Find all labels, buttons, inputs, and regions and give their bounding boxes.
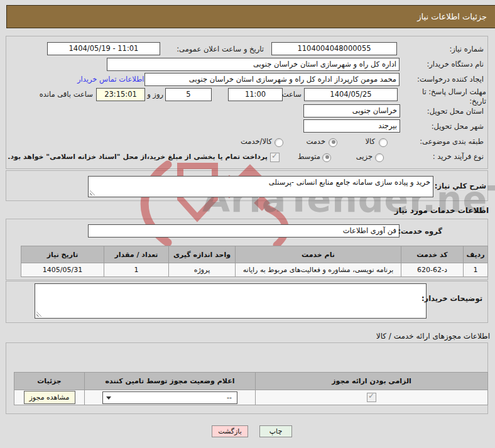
buyer-contact-link[interactable]: اطلاعات تماس خریدار	[77, 75, 144, 84]
days-and-label: روز و	[147, 90, 163, 99]
request-creator-field[interactable]: محمد مومن کارپرداز اداره کل راه و شهرساز…	[144, 73, 400, 86]
service-qty: 1	[104, 263, 169, 277]
print-button[interactable]: چاپ	[259, 425, 292, 437]
service-unit: پروژه	[169, 263, 236, 277]
delivery-city-label: شهر محل تحویل:	[432, 122, 484, 131]
licenses-table: الزامی بودن ارائه مجوز اعلام وضعیت مجوز …	[14, 372, 488, 405]
need-details-page: AriaTender.neT جزئیات اطلاعات نیاز شماره…	[0, 0, 495, 448]
radio-goods-service-label: کالا/خدمت	[241, 137, 272, 146]
services-col-unit: واحد اندازه گیری	[169, 246, 236, 263]
announce-datetime-label: تاریخ و ساعت اعلان عمومی:	[177, 45, 264, 53]
licenses-col-status: اعلام وضعیت مجوز توسط تامین کننده	[85, 373, 256, 390]
back-button[interactable]: بازگشت	[212, 425, 248, 437]
services-col-index: ردیف	[464, 246, 488, 263]
buyer-org-label: نام دستگاه خریدار:	[427, 60, 484, 68]
service-group-field[interactable]: فن آوری اطلاعات	[88, 224, 400, 238]
deadline-time-label: ساعت	[282, 90, 302, 99]
delivery-province-label: استان محل تحویل:	[427, 107, 484, 116]
licenses-table-row: -- مشاهده مجوز	[14, 390, 488, 405]
services-section-heading: اطلاعات خدمات مورد نیاز	[394, 206, 489, 215]
view-license-button[interactable]: مشاهده مجوز	[24, 391, 75, 404]
resize-handle-icon[interactable]	[36, 311, 42, 317]
hours-remaining-label: ساعت باقی مانده	[40, 90, 93, 99]
service-name: برنامه نویسی، مشاوره و فعالیت‌های مربوط …	[236, 263, 401, 277]
services-table-row: 1 620-62-د برنامه نویسی، مشاوره و فعالیت…	[21, 263, 488, 277]
chevron-down-icon	[106, 396, 111, 400]
days-remaining-field[interactable]: 5	[165, 88, 212, 101]
delivery-city-field[interactable]: بیرجند	[303, 119, 400, 133]
process-type-label: نوع فرآیند خرید :	[433, 152, 484, 161]
radio-medium-label: متوسط	[298, 152, 320, 161]
description-textarea[interactable]: خرید و پیاده سازی سامانه جامع منابع انسا…	[88, 176, 433, 197]
request-creator-label: ایجاد کننده درخواست:	[417, 75, 484, 84]
service-date: 1405/05/31	[21, 263, 104, 277]
services-table: ردیف کد خدمت نام خدمت واحد اندازه گیری ت…	[21, 246, 488, 277]
license-status-value: --	[227, 393, 232, 402]
service-group-label: گروه خدمت:	[398, 227, 442, 236]
treasury-note-label: پرداخت تمام یا بخشی از مبلغ خرید،از محل …	[8, 153, 268, 161]
buyer-explanations-label: توضیحات خریدار:	[422, 294, 482, 303]
radio-service-label: خدمت	[306, 137, 325, 146]
treasury-checkbox[interactable]	[270, 153, 280, 162]
page-title: جزئیات اطلاعات نیاز	[6, 5, 495, 28]
deadline-date-field[interactable]: 1404/05/25	[304, 88, 398, 101]
radio-goods-service[interactable]	[275, 138, 283, 147]
resize-handle-icon[interactable]	[90, 190, 95, 195]
buyer-explanations-textarea[interactable]	[35, 283, 427, 319]
service-row-index: 1	[464, 263, 488, 277]
license-status-select[interactable]: --	[102, 391, 237, 404]
radio-partial[interactable]	[375, 153, 384, 162]
licenses-col-required: الزامی بودن ارائه مجوز	[256, 373, 488, 390]
need-number-label: شماره نیاز:	[449, 45, 484, 53]
classification-label: طبقه بندی موضوعی:	[420, 137, 484, 146]
buyer-org-field[interactable]: اداره کل راه و شهرسازی استان خراسان جنوب…	[107, 58, 400, 71]
radio-goods[interactable]	[379, 138, 388, 147]
delivery-province-field[interactable]: خراسان جنوبی	[303, 104, 400, 117]
deadline-label: مهلت ارسال پاسخ: تا تاریخ:	[412, 87, 486, 106]
hours-remaining-field[interactable]: 23:15:01	[96, 88, 145, 101]
services-col-qty: تعداد / مقدار	[104, 246, 169, 263]
need-number-field[interactable]: 1104004048000055	[271, 42, 397, 55]
radio-partial-label: جزیی	[356, 152, 373, 161]
license-required-checkbox[interactable]	[367, 393, 376, 402]
radio-service[interactable]	[329, 138, 337, 147]
radio-goods-label: کالا	[365, 137, 375, 146]
announce-datetime-field[interactable]: 1404/05/19 - 11:01	[47, 42, 160, 55]
licenses-section-heading: اطلاعات مجوزهای ارائه خدمت / کالا	[376, 332, 490, 341]
description-text: خرید و پیاده سازی سامانه جامع منابع انسا…	[269, 178, 430, 187]
services-col-code: کد خدمت	[401, 246, 464, 263]
services-col-date: تاریخ نیاز	[21, 246, 104, 263]
service-code: 620-62-د	[401, 263, 464, 277]
services-col-name: نام خدمت	[236, 246, 401, 263]
description-label: شرح کلي نیاز:	[435, 182, 486, 190]
licenses-col-details: جزئیات	[14, 373, 85, 390]
radio-medium[interactable]	[322, 153, 331, 162]
deadline-time-field[interactable]: 11:00	[228, 88, 283, 101]
